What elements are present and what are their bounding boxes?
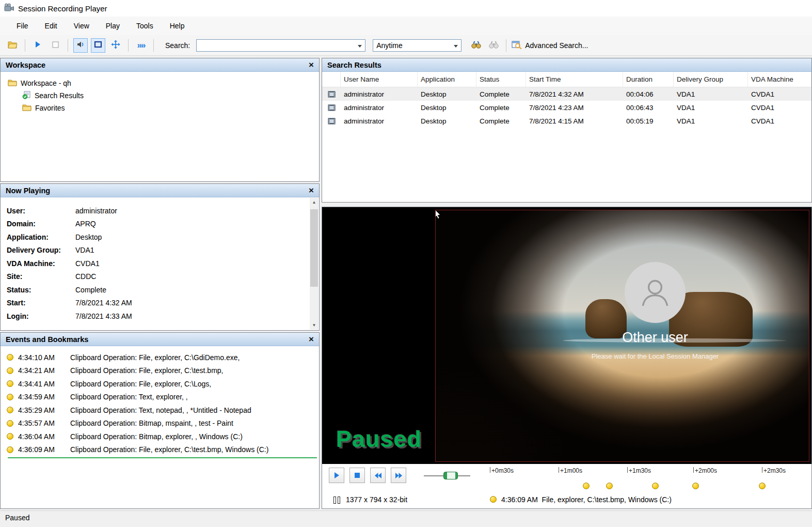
speed-slider[interactable] [424,471,470,481]
list-item[interactable]: 4:35:29 AMClipboard Operation: Text, not… [7,404,319,417]
recording-icon [322,90,341,98]
column-header-status[interactable]: Status [476,72,526,87]
menu-file[interactable]: File [8,20,37,32]
time-filter-select[interactable]: Anytime [373,39,461,52]
list-item[interactable]: 4:34:10 AMClipboard Operation: File, exp… [7,351,319,364]
tree-item-favorites[interactable]: Favorites [22,102,319,114]
play-button[interactable] [30,38,45,53]
field-label: Domain: [7,220,75,228]
open-file-button[interactable] [5,38,20,53]
double-chevron-icon: »» [137,40,145,51]
time-filter-value: Anytime [376,41,403,50]
chevron-down-icon[interactable] [454,45,458,48]
cell-delivery-group: VDA1 [674,117,748,125]
column-header-user-name[interactable]: User Name [341,72,418,87]
playback-rewind-button[interactable] [370,468,386,483]
search-next-button[interactable] [486,38,501,53]
app-icon [4,3,14,13]
folder-icon [22,104,31,113]
pan-button[interactable] [108,38,123,53]
event-marker-icon [7,420,13,427]
vertical-scrollbar[interactable]: ▲ ▼ [310,198,319,330]
list-item[interactable]: 4:34:21 AMClipboard Operation: File, exp… [7,364,319,378]
binoculars-icon [471,41,481,50]
playback-play-button[interactable] [329,468,344,483]
timeline-event-marker[interactable] [606,483,613,489]
event-text: Clipboard Operation: File, explorer, C:\… [70,445,268,454]
column-header-application[interactable]: Application [418,72,476,87]
tree-item-label: Favorites [35,104,65,112]
column-header-delivery-group[interactable]: Delivery Group [674,72,748,87]
column-header-icon[interactable] [322,72,341,87]
advanced-search-button[interactable]: Advanced Search... [512,40,588,51]
workspace-panel: Workspace × Workspace - qh Search Result… [0,58,320,182]
recorded-session-screen: Other user Please wait for the Local Ses… [435,210,809,462]
scale-to-fit-toggle-button[interactable] [91,38,105,53]
close-icon[interactable]: × [309,336,314,343]
audio-toggle-button[interactable] [73,38,88,53]
timeline-event-marker[interactable] [583,483,590,489]
search-label: Search: [159,41,193,50]
tree-item-workspace-root[interactable]: Workspace - qh [8,77,319,89]
cell-start-time: 7/8/2021 4:23 AM [526,104,623,112]
menu-help[interactable]: Help [162,20,193,32]
scrollbar-thumb[interactable] [310,209,318,287]
toolbar-separator [153,39,154,52]
timeline-event-marker[interactable] [692,483,699,489]
toolbar: »» Search: Anytime Advanced Search... [0,35,812,56]
event-time: 4:34:41 AM [18,380,66,388]
field-label: User: [7,207,75,215]
field-value: administrator [75,207,117,215]
playback-stop-button[interactable] [349,468,365,483]
field-value: CVDA1 [75,259,100,268]
list-item[interactable]: 4:36:04 AMClipboard Operation: Bitmap, e… [7,430,319,443]
field-label: Application: [7,233,75,241]
menu-view[interactable]: View [66,20,98,32]
search-input[interactable] [196,39,365,52]
table-row[interactable]: administrator Desktop Complete 7/8/2021 … [322,87,811,101]
list-item[interactable]: 4:34:59 AMClipboard Operation: Text, exp… [7,391,319,404]
menu-play[interactable]: Play [98,20,128,32]
close-icon[interactable]: × [309,187,314,194]
cell-status: Complete [476,117,526,125]
slider-handle[interactable] [443,472,458,479]
column-header-vda-machine[interactable]: VDA Machine [748,72,811,87]
current-event-label: 4:36:09 AM File, explorer, C:\test.bmp, … [501,495,672,504]
speaker-icon [76,40,85,50]
cell-delivery-group: VDA1 [674,90,748,98]
event-text: Clipboard Operation: Text, notepad, , *U… [70,406,251,414]
player-viewport[interactable]: Other user Please wait for the Local Ses… [322,207,811,464]
cell-user-name: administrator [341,104,418,112]
user-icon [636,274,674,311]
tree-item-search-results[interactable]: Search Results [22,89,319,102]
chevron-down-icon[interactable] [358,45,362,48]
event-time: 4:34:10 AM [18,353,66,362]
search-results-panel: Search Results User Name Application Sta… [322,58,812,203]
timeline-event-marker[interactable] [652,483,659,489]
close-icon[interactable]: × [309,61,314,69]
binoculars-disabled-icon [489,41,499,50]
cell-application: Desktop [418,104,476,112]
scroll-up-icon[interactable]: ▲ [310,198,319,207]
now-playing-panel-header: Now Playing × [1,184,319,197]
list-item[interactable]: 4:35:57 AMClipboard Operation: Bitmap, m… [7,417,319,430]
move-arrows-icon [111,40,120,51]
timeline-event-marker[interactable] [759,483,766,489]
column-header-start-time[interactable]: Start Time [526,72,623,87]
field-value: APRQ [75,220,96,228]
table-row[interactable]: administrator Desktop Complete 7/8/2021 … [322,114,811,128]
login-tile: Other user Please wait for the Local Ses… [547,262,763,360]
stop-button[interactable] [48,38,62,53]
search-button[interactable] [469,38,483,53]
list-item[interactable]: 4:36:09 AMClipboard Operation: File, exp… [7,443,319,457]
column-header-duration[interactable]: Duration [623,72,674,87]
menu-edit[interactable]: Edit [37,20,66,32]
event-text: Clipboard Operation: File, explorer, C:\… [70,380,211,388]
list-item[interactable]: 4:34:41 AMClipboard Operation: File, exp… [7,377,319,391]
toolbar-separator [25,39,25,52]
table-row[interactable]: administrator Desktop Complete 7/8/2021 … [322,101,811,114]
playback-fast-forward-button[interactable] [391,468,406,483]
more-tools-button[interactable]: »» [134,38,148,53]
scroll-down-icon[interactable]: ▼ [310,321,319,330]
menu-tools[interactable]: Tools [128,20,162,32]
